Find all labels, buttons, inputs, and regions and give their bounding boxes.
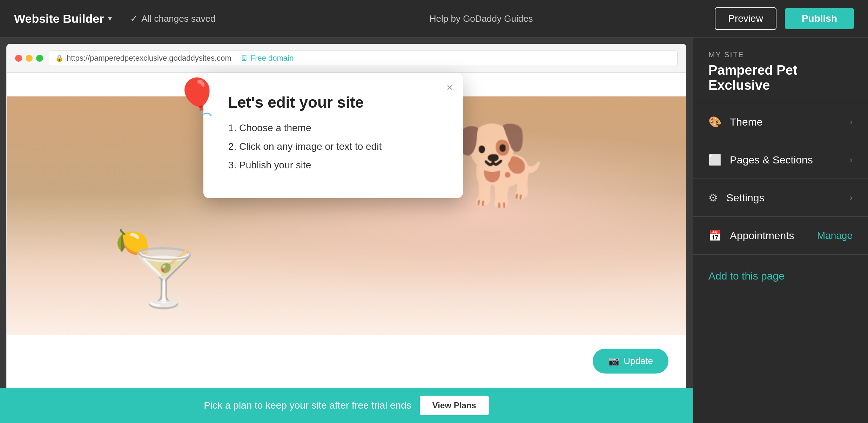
app-title: Website Builder [14,12,104,26]
free-domain-link[interactable]: 🗓 Free domain [241,54,294,63]
pages-icon: ⬜ [708,154,721,166]
sidebar-item-settings[interactable]: ⚙ Settings › [693,179,868,217]
update-label: Update [624,356,653,367]
topbar-left: Website Builder ▾ ✓ All changes saved [14,12,248,26]
chevron-right-icon-2: › [850,155,853,165]
settings-icon: ⚙ [708,192,718,204]
sidebar: MY SITE Pampered Pet Exclusive 🎨 Theme ›… [693,38,868,423]
dialog-step-1: Choose a theme [239,121,438,135]
topbar: Website Builder ▾ ✓ All changes saved He… [0,0,868,38]
topbar-right: Preview Publish [715,7,854,30]
site-info: MY SITE Pampered Pet Exclusive [693,38,868,103]
my-site-label: MY SITE [708,50,853,59]
lock-icon: 🔒 [55,54,63,62]
url-text: https://pamperedpetexclusive.godaddysite… [67,54,231,63]
update-button[interactable]: 📷 Update [593,349,668,374]
saved-label: All changes saved [141,13,215,24]
dog-icon: 🐕 [454,120,550,211]
dialog-title: Let's edit your site [228,94,438,111]
url-bar[interactable]: 🔒 https://pamperedpetexclusive.godaddysi… [49,51,678,66]
pages-label: Pages & Sections [730,154,850,166]
sidebar-item-pages[interactable]: ⬜ Pages & Sections › [693,141,868,179]
site-name: Pampered Pet Exclusive [708,63,853,93]
chevron-right-icon-3: › [850,193,853,203]
banner-text: Pick a plan to keep your site after free… [204,400,411,411]
dot-green [36,55,43,62]
bath-scene [7,265,686,335]
preview-button[interactable]: Preview [715,7,776,30]
welcome-dialog: 🎈 × Let's edit your site Choose a theme … [203,73,463,198]
chevron-right-icon: › [850,117,853,127]
appointments-icon: 📅 [708,229,721,242]
dialog-close-button[interactable]: × [446,81,453,94]
add-to-page-link[interactable]: Add to this page [693,255,868,297]
help-link[interactable]: Help by GoDaddy Guides [430,13,533,24]
topbar-center: Help by GoDaddy Guides [248,13,715,24]
appointments-label: Appointments [730,230,817,242]
chevron-down-icon[interactable]: ▾ [108,14,112,23]
dot-yellow [26,55,33,62]
sidebar-item-appointments[interactable]: 📅 Appointments Manage [693,217,868,255]
settings-label: Settings [726,192,850,204]
dialog-step-3: Publish your site [239,158,438,172]
dialog-step-2: Click on any image or text to edit [239,140,438,153]
check-icon: ✓ [130,13,138,24]
camera-icon: 📷 [608,356,619,367]
publish-button[interactable]: Publish [785,8,854,29]
browser-dots [15,55,43,62]
sidebar-item-theme[interactable]: 🎨 Theme › [693,103,868,141]
balloon-icon: 🎈 [175,76,219,118]
manage-link[interactable]: Manage [817,230,853,241]
theme-label: Theme [730,116,850,128]
bottom-banner: Pick a plan to keep your site after free… [0,388,693,423]
dialog-steps: Choose a theme Click on any image or tex… [239,121,438,172]
main-layout: 🔒 https://pamperedpetexclusive.godaddysi… [0,38,868,423]
browser-bar: 🔒 https://pamperedpetexclusive.godaddysi… [7,44,686,73]
view-plans-button[interactable]: View Plans [420,396,489,415]
canvas-area: 🔒 https://pamperedpetexclusive.godaddysi… [0,38,693,423]
dot-red [15,55,22,62]
theme-icon: 🎨 [708,116,721,128]
saved-status: ✓ All changes saved [130,13,215,24]
